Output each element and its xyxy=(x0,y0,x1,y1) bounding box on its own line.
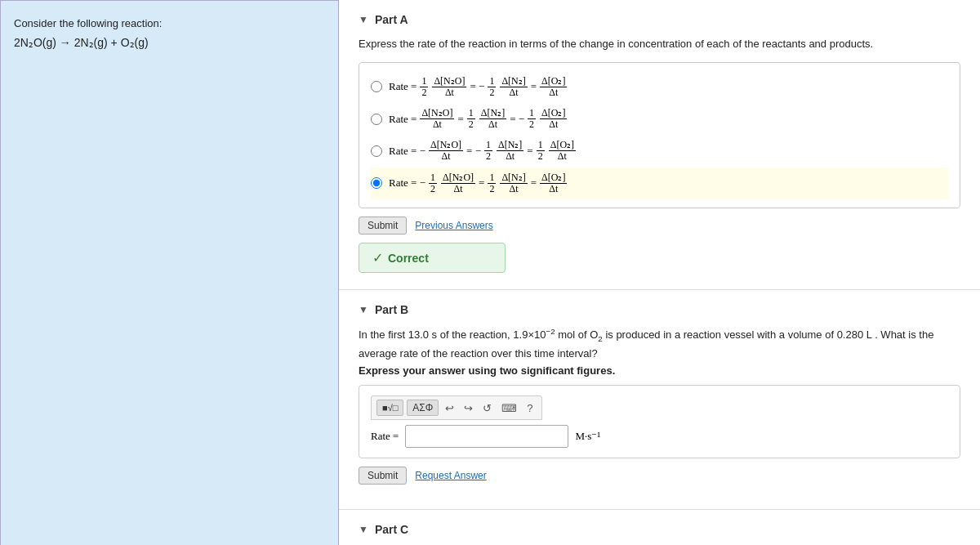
part-c-label: Part C xyxy=(375,523,408,536)
left-panel: Consider the following reaction: 2N₂O(g)… xyxy=(0,0,339,545)
option-2-radio[interactable] xyxy=(371,114,382,125)
part-a-btn-row: Submit Previous Answers xyxy=(359,217,960,235)
option-2-formula: Rate = Δ[N₂O]Δt = 12 Δ[N₂]Δt = − 12 Δ[O₂… xyxy=(389,108,568,130)
part-b-submit-btn[interactable]: Submit xyxy=(359,467,407,485)
part-b-redo-icon[interactable]: ↪ xyxy=(461,400,476,416)
option-4-formula: Rate = − 12 Δ[N₂O]Δt = 12 Δ[N₂]Δt = Δ[O₂… xyxy=(389,172,568,194)
option-3-formula: Rate = − Δ[N₂O]Δt = − 12 Δ[N₂]Δt = 12 Δ[… xyxy=(389,140,577,162)
reaction-intro: Consider the following reaction: xyxy=(14,17,325,29)
right-panel: ▼ Part A Express the rate of the reactio… xyxy=(339,0,980,545)
part-b-sqrt-btn[interactable]: ■√□ xyxy=(376,400,403,416)
option-row-2[interactable]: Rate = Δ[N₂O]Δt = 12 Δ[N₂]Δt = − 12 Δ[O₂… xyxy=(371,103,948,135)
option-row-1[interactable]: Rate = 12 Δ[N₂O]Δt = − 12 Δ[N₂]Δt = Δ[O₂… xyxy=(371,71,948,103)
part-b-label: Part B xyxy=(375,303,408,316)
option-1-radio[interactable] xyxy=(371,81,382,92)
part-b-line1: In the first 13.0 s of the reaction, 1.9… xyxy=(359,326,960,361)
part-b-asy-btn[interactable]: AΣΦ xyxy=(407,400,439,416)
part-b-answer-box: ■√□ AΣΦ ↩ ↪ ↺ ⌨ ? Rate = M·s⁻¹ xyxy=(359,385,960,458)
part-b-input-row: Rate = M·s⁻¹ xyxy=(371,425,948,448)
correct-badge: ✓ Correct xyxy=(359,243,506,273)
option-4-radio[interactable] xyxy=(371,177,382,189)
reaction-formula: 2N₂O(g) → 2N₂(g) + O₂(g) xyxy=(14,36,325,49)
part-b-rate-label: Rate = xyxy=(371,430,399,443)
part-b-unit-label: M·s⁻¹ xyxy=(575,430,600,443)
part-b-toolbar: ■√□ AΣΦ ↩ ↪ ↺ ⌨ ? xyxy=(371,395,542,420)
part-c-header[interactable]: ▼ Part C xyxy=(359,523,960,536)
part-a-label: Part A xyxy=(375,13,408,26)
part-a-section: ▼ Part A Express the rate of the reactio… xyxy=(339,0,980,290)
part-b-answer-input[interactable] xyxy=(405,425,568,448)
part-b-header[interactable]: ▼ Part B xyxy=(359,303,960,316)
part-a-arrow: ▼ xyxy=(359,14,368,25)
part-b-undo-icon[interactable]: ↩ xyxy=(442,400,457,416)
part-b-arrow: ▼ xyxy=(359,304,368,315)
part-a-header[interactable]: ▼ Part A xyxy=(359,13,960,26)
part-b-line2: Express your answer using two significan… xyxy=(359,364,960,377)
part-b-section: ▼ Part B In the first 13.0 s of the reac… xyxy=(339,290,980,510)
part-a-prev-answers-link[interactable]: Previous Answers xyxy=(415,220,492,231)
correct-text: Correct xyxy=(388,252,429,265)
part-c-section: ▼ Part C Predict the rate of change in t… xyxy=(339,510,980,545)
part-b-help-icon[interactable]: ? xyxy=(523,400,536,416)
part-b-btn-row: Submit Request Answer xyxy=(359,467,960,485)
option-3-radio[interactable] xyxy=(371,145,382,157)
part-b-keyboard-icon[interactable]: ⌨ xyxy=(498,400,520,416)
check-icon: ✓ xyxy=(372,250,383,266)
part-a-instructions: Express the rate of the reaction in term… xyxy=(359,36,960,52)
part-c-arrow: ▼ xyxy=(359,524,368,535)
part-b-refresh-icon[interactable]: ↺ xyxy=(479,400,495,416)
option-row-4[interactable]: Rate = − 12 Δ[N₂O]Δt = 12 Δ[N₂]Δt = Δ[O₂… xyxy=(371,168,948,199)
option-row-3[interactable]: Rate = − Δ[N₂O]Δt = − 12 Δ[N₂]Δt = 12 Δ[… xyxy=(371,135,948,167)
part-a-submit-btn[interactable]: Submit xyxy=(359,217,407,235)
part-b-request-link[interactable]: Request Answer xyxy=(415,470,486,481)
part-a-options: Rate = 12 Δ[N₂O]Δt = − 12 Δ[N₂]Δt = Δ[O₂… xyxy=(359,62,960,209)
option-1-formula: Rate = 12 Δ[N₂O]Δt = − 12 Δ[N₂]Δt = Δ[O₂… xyxy=(389,76,568,98)
